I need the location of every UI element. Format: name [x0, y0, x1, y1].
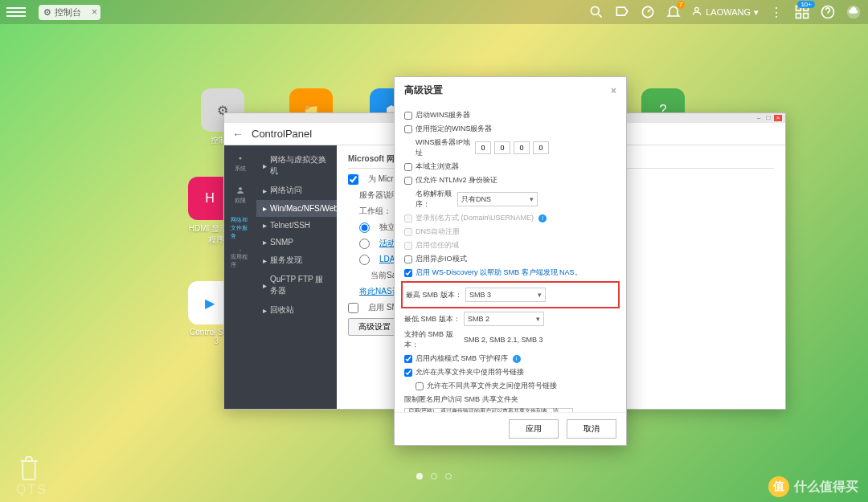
maximize-button[interactable]: □	[764, 115, 772, 121]
help-icon[interactable]	[820, 4, 836, 20]
sidebar-item[interactable]: ▸ Telnet/SSH	[256, 217, 337, 234]
btn-cancel[interactable]: 取消	[567, 419, 616, 439]
close-icon[interactable]: ×	[611, 85, 616, 96]
select-min-smb[interactable]: SMB 2	[464, 312, 544, 326]
radio-ad[interactable]	[359, 239, 370, 249]
chk-kernel[interactable]	[404, 355, 412, 363]
chk-symlink-cross[interactable]	[416, 382, 424, 390]
chk-alias	[404, 214, 412, 222]
select-restrict[interactable]: 启用(严格)。通过身份验证的用户可以查看共享文件列表。访客帐户	[404, 408, 573, 412]
chk-async[interactable]	[404, 255, 412, 263]
highlighted-row: 最高 SMB 版本： SMB 3	[401, 281, 620, 308]
sidebar-item[interactable]: ▸ 网络访问	[256, 181, 337, 200]
network-category[interactable]: 网络和文件服务	[231, 218, 250, 237]
cloud-icon[interactable]	[845, 4, 862, 20]
dot[interactable]	[416, 473, 423, 480]
ip-octet[interactable]	[514, 141, 530, 154]
chk-custom-wins[interactable]	[404, 125, 412, 133]
pager-dots[interactable]	[416, 473, 452, 480]
trash-icon[interactable]	[16, 454, 42, 486]
category-sidebar: 系统 权限 网络和文件服务 应用程序	[224, 145, 256, 409]
apps-icon[interactable]: 10+	[794, 4, 810, 20]
chk-dns	[404, 228, 412, 236]
chk-wins[interactable]	[404, 112, 412, 120]
dot[interactable]	[445, 473, 452, 480]
select-max-smb[interactable]: SMB 3	[465, 288, 546, 302]
sidebar-item[interactable]: ▸ Win/Mac/NFS/WebDAV	[256, 200, 337, 217]
volume-icon[interactable]	[614, 4, 630, 20]
section-list: ▸ 网络与虚拟交换机 ▸ 网络访问 ▸ Win/Mac/NFS/WebDAV ▸…	[256, 145, 337, 409]
tab-title: 控制台	[55, 6, 81, 18]
svg-point-0	[592, 6, 600, 14]
sidebar-item[interactable]: ▸ 服务发现	[256, 251, 337, 270]
chk-ntlm[interactable]	[404, 177, 412, 185]
ip-octet[interactable]	[475, 141, 491, 154]
modal-footer: 应用 取消	[395, 412, 626, 445]
close-icon[interactable]: ×	[92, 6, 97, 18]
more-icon[interactable]: ⋮	[768, 4, 784, 20]
chk-enable[interactable]	[348, 174, 358, 185]
radio-ldap[interactable]	[359, 255, 370, 265]
sidebar-item[interactable]: ▸ QuFTP FTP 服务器	[256, 270, 337, 300]
svg-line-1	[599, 14, 602, 18]
qts-label: QTS	[16, 483, 47, 497]
close-button[interactable]: ×	[774, 115, 782, 121]
window-title: ControlPanel	[252, 128, 312, 140]
search-icon[interactable]	[588, 4, 604, 20]
watermark: 值 什么值得买	[768, 476, 858, 497]
bell-icon[interactable]: 7	[665, 4, 682, 20]
chevron-down-icon: ▾	[754, 7, 759, 18]
svg-rect-6	[796, 14, 801, 18]
ip-octet[interactable]	[533, 141, 549, 154]
svg-rect-7	[804, 14, 809, 18]
btn-apply[interactable]: 应用	[509, 419, 559, 439]
modal-header: 高级设置 ×	[395, 77, 626, 104]
topbar: ⚙ 控制台 × 7 LAOWANG ▾ ⋮ 10+	[0, 0, 868, 24]
chk-ws[interactable]	[404, 269, 412, 277]
watermark-icon: 值	[768, 476, 789, 497]
minimize-button[interactable]: –	[755, 115, 763, 121]
info-icon[interactable]: i	[513, 355, 521, 363]
svg-point-11	[239, 187, 242, 190]
user-label: LAOWANG	[706, 7, 751, 17]
sidebar-item[interactable]: ▸ 回收站	[256, 300, 337, 320]
svg-rect-13	[240, 250, 240, 251]
modal-title: 高级设置	[404, 84, 443, 97]
apps-category[interactable]: 应用程序	[231, 250, 250, 269]
back-icon[interactable]: ←	[232, 128, 244, 141]
sidebar-item[interactable]: ▸ SNMP	[256, 234, 337, 251]
svg-rect-16	[240, 251, 241, 251]
chk-trust	[404, 242, 412, 250]
open-tab[interactable]: ⚙ 控制台 ×	[39, 5, 100, 20]
topbar-icons: 7 LAOWANG ▾ ⋮ 10+	[588, 4, 862, 20]
user-menu[interactable]: LAOWANG ▾	[691, 6, 759, 18]
sidebar-item[interactable]: ▸ 网络与虚拟交换机	[256, 150, 337, 181]
chk-smb-multi[interactable]	[348, 303, 358, 313]
select-resolve[interactable]: 只有DNS	[457, 192, 538, 206]
user-icon	[691, 6, 702, 18]
dot[interactable]	[431, 473, 437, 480]
chk-symlink[interactable]	[404, 369, 412, 377]
menu-icon[interactable]	[6, 2, 26, 22]
svg-point-10	[240, 157, 242, 160]
modal-body: 启动WINS服务器 使用指定的WINS服务器 WINS服务器IP地址 本域主浏览…	[395, 104, 626, 412]
advanced-settings-modal: 高级设置 × 启动WINS服务器 使用指定的WINS服务器 WINS服务器IP地…	[394, 76, 627, 446]
svg-rect-15	[240, 251, 240, 251]
gear-icon: ⚙	[43, 7, 51, 18]
system-category[interactable]: 系统	[231, 153, 250, 173]
info-icon[interactable]: i	[538, 214, 547, 222]
ip-octet[interactable]	[494, 141, 510, 154]
svg-rect-14	[240, 250, 241, 251]
dashboard-icon[interactable]	[640, 4, 656, 20]
radio-standalone[interactable]	[359, 222, 370, 233]
svg-point-3	[695, 7, 699, 11]
chk-local-host[interactable]	[404, 163, 412, 171]
privilege-category[interactable]: 权限	[231, 186, 250, 205]
